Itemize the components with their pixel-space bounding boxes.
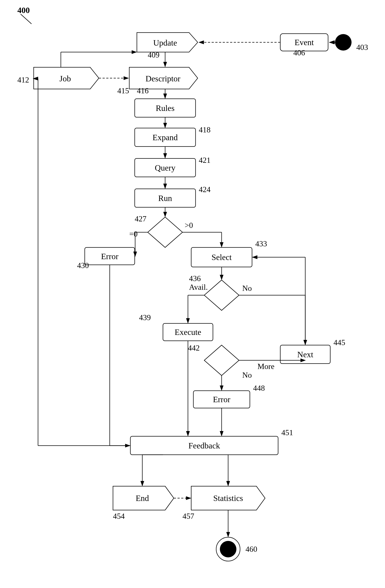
end-circle-inner <box>220 541 236 557</box>
label-454: 454 <box>113 512 125 521</box>
start-node <box>335 34 352 51</box>
label-415: 415 <box>117 86 129 95</box>
svg-line-2 <box>21 14 31 24</box>
label-403: 403 <box>356 43 368 52</box>
fig-label: 400 <box>17 6 30 15</box>
label-427: 427 <box>135 214 146 223</box>
label-451: 451 <box>281 428 293 437</box>
error-430-label: Error <box>101 252 119 261</box>
label-416-left: 416 <box>137 86 149 95</box>
job-label: Job <box>60 74 71 83</box>
label-406: 406 <box>293 48 305 57</box>
feedback-label: Feedback <box>188 441 220 450</box>
descriptor-label: Descriptor <box>146 74 181 83</box>
label-439: 439 <box>139 313 151 322</box>
label-433: 433 <box>255 239 267 248</box>
label-421: 421 <box>199 156 210 165</box>
select-label: Select <box>212 253 232 262</box>
event-label: Event <box>294 38 314 47</box>
run-label: Run <box>158 194 172 203</box>
label-418: 418 <box>199 126 210 134</box>
rules-label: Rules <box>156 104 175 113</box>
error-448-label: Error <box>213 395 230 404</box>
diagram-container: 400 403 Event 406 Update 409 Job 412 Des… <box>0 0 385 588</box>
update-label: Update <box>153 38 177 47</box>
label-eq0: =0 <box>129 230 137 238</box>
expand-label: Expand <box>153 133 178 142</box>
label-430: 430 <box>77 261 89 270</box>
execute-label: Execute <box>175 328 201 337</box>
label-457: 457 <box>182 512 194 521</box>
diamond-442 <box>204 345 239 376</box>
label-avail: Avail. <box>189 283 208 292</box>
label-460: 460 <box>246 545 257 553</box>
label-no-442: No <box>242 371 252 379</box>
label-no-436: No <box>242 284 252 293</box>
label-409: 409 <box>148 51 159 59</box>
label-424: 424 <box>199 185 210 194</box>
next-label: Next <box>297 350 313 359</box>
label-412: 412 <box>17 76 29 84</box>
statistics-label: Statistics <box>213 494 243 503</box>
label-448: 448 <box>253 384 265 392</box>
diamond-436 <box>204 280 239 310</box>
query-label: Query <box>155 163 176 172</box>
end-label: End <box>136 494 149 503</box>
label-436-num: 436 <box>189 274 201 283</box>
label-442: 442 <box>188 344 200 352</box>
label-445: 445 <box>334 338 345 347</box>
label-gt0: >0 <box>185 221 193 230</box>
diamond-427 <box>148 217 182 248</box>
label-more: More <box>257 362 274 371</box>
